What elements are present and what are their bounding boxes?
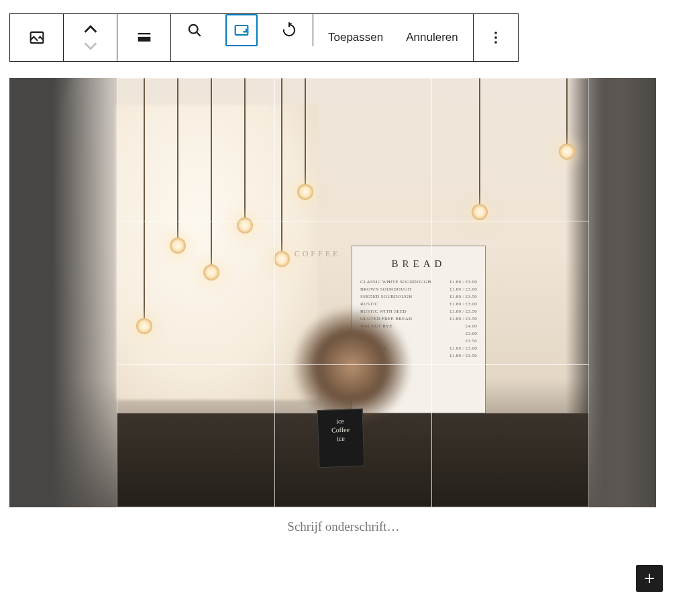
image-icon: [21, 21, 53, 54]
svg-rect-1: [138, 33, 150, 34]
align-icon: [128, 21, 160, 54]
crop-actions-group: Toepassen Annuleren: [313, 14, 474, 61]
aspect-ratio-icon: [232, 21, 251, 40]
block-toolbar: Toepassen Annuleren: [9, 13, 519, 62]
svg-point-5: [494, 32, 497, 34]
photo-chalk-sign: ice Coffee ice: [317, 409, 365, 468]
svg-point-7: [494, 41, 497, 44]
menu-board-row: SEEDED SOURDOUGH£1.80 / £3.50: [360, 294, 477, 299]
photo-coffee-sign: COFFEE: [287, 249, 348, 276]
zoom-icon: [185, 21, 204, 40]
photo-bulb: [479, 78, 480, 205]
rotate-icon: [280, 21, 299, 40]
menu-board-title: BREAD: [360, 258, 477, 270]
crop-dim-left: [9, 78, 117, 507]
crop-tools-group: [171, 14, 313, 46]
menu-board-row: BROWN SOURDOUGH£1.80 / £3.00: [360, 287, 477, 292]
more-options-icon: [480, 21, 512, 54]
menu-board-row: CLASSIC WHITE SOURDOUGH£1.80 / £3.00: [360, 279, 477, 285]
svg-point-6: [494, 36, 497, 39]
svg-rect-2: [138, 37, 150, 42]
photo-bulb: [144, 78, 145, 319]
align-button[interactable]: [117, 14, 171, 61]
photo-bulb: [177, 78, 178, 239]
photo-bulb: [305, 78, 306, 185]
photo-bulb: [244, 78, 246, 219]
crop-dim-right: [589, 78, 656, 507]
rotate-button[interactable]: [273, 14, 305, 46]
image-crop-canvas[interactable]: COFFEE BREAD CLASSIC WHITE SOURDOUGH£1.8…: [9, 78, 656, 507]
menu-board-row: RUSTIC£1.80 / £3.00: [360, 301, 477, 307]
aspect-ratio-button[interactable]: [225, 14, 258, 46]
svg-point-3: [189, 25, 198, 34]
apply-button[interactable]: Toepassen: [328, 31, 383, 44]
photo-bulb: [211, 78, 212, 266]
photo-bulb: [566, 78, 568, 145]
caption-input[interactable]: Schrijf onderschrift…: [9, 519, 678, 534]
move-block-button[interactable]: [64, 14, 117, 61]
zoom-button[interactable]: [178, 14, 211, 46]
cancel-button[interactable]: Annuleren: [406, 31, 458, 44]
chevron-updown-icon: [74, 21, 107, 54]
more-options-button[interactable]: [474, 14, 518, 61]
photo-bulb: [281, 78, 282, 252]
block-type-button[interactable]: [10, 14, 64, 61]
